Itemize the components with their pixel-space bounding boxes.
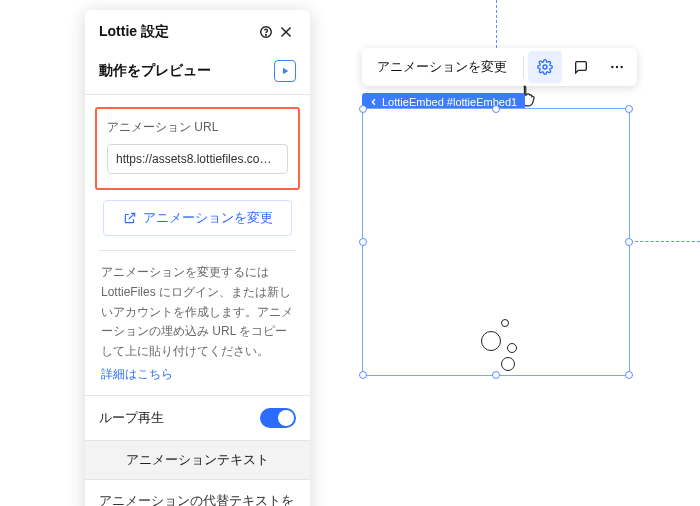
svg-point-4 bbox=[616, 66, 618, 68]
loop-label: ループ再生 bbox=[99, 409, 260, 427]
chevron-left-icon bbox=[370, 98, 378, 106]
resize-handle-right[interactable] bbox=[625, 238, 633, 246]
resize-handle-bottom[interactable] bbox=[492, 371, 500, 379]
close-icon bbox=[279, 25, 293, 39]
loop-toggle[interactable] bbox=[260, 408, 296, 428]
resize-handle-left[interactable] bbox=[359, 238, 367, 246]
toolbar-divider bbox=[523, 56, 524, 78]
horizontal-guide-line bbox=[630, 241, 700, 242]
gear-icon bbox=[537, 59, 553, 75]
resize-handle-top[interactable] bbox=[492, 105, 500, 113]
comment-icon bbox=[573, 59, 589, 75]
toolbar-more-button[interactable] bbox=[600, 51, 634, 83]
animation-url-group: アニメーション URL https://assets8.lottiefiles.… bbox=[95, 107, 300, 190]
help-icon bbox=[259, 25, 273, 39]
lottie-settings-panel: Lottie 設定 動作をプレビュー アニメーション URL https://a… bbox=[85, 10, 310, 506]
vertical-guide-line bbox=[496, 0, 497, 48]
floating-toolbar: アニメーションを変更 bbox=[362, 48, 637, 86]
resize-handle-bottom-right[interactable] bbox=[625, 371, 633, 379]
animation-url-input[interactable]: https://assets8.lottiefiles.com/p... bbox=[107, 144, 288, 174]
svg-point-3 bbox=[611, 66, 613, 68]
svg-point-5 bbox=[620, 66, 622, 68]
alt-text-label: アニメーションの代替テキストを bbox=[85, 479, 310, 506]
resize-handle-top-right[interactable] bbox=[625, 105, 633, 113]
toolbar-settings-button[interactable] bbox=[528, 51, 562, 83]
preview-row: 動作をプレビュー bbox=[85, 52, 310, 95]
change-animation-label: アニメーションを変更 bbox=[143, 209, 273, 227]
panel-header: Lottie 設定 bbox=[85, 10, 310, 52]
change-animation-button[interactable]: アニメーションを変更 bbox=[103, 200, 292, 236]
url-field-label: アニメーション URL bbox=[107, 119, 288, 136]
animation-text-section-title: アニメーションテキスト bbox=[85, 440, 310, 479]
resize-handle-bottom-left[interactable] bbox=[359, 371, 367, 379]
editor-canvas: アニメーションを変更 LottieEmbed #lottieEmbed1 bbox=[350, 0, 700, 506]
preview-play-button[interactable] bbox=[274, 60, 296, 82]
svg-point-1 bbox=[266, 35, 267, 36]
more-horizontal-icon bbox=[609, 59, 625, 75]
toolbar-comment-button[interactable] bbox=[564, 51, 598, 83]
preview-label: 動作をプレビュー bbox=[99, 62, 274, 80]
bubble-icon bbox=[507, 343, 517, 353]
help-text: アニメーションを変更するには LottieFiles にログイン、または新しいア… bbox=[85, 251, 310, 366]
bubble-icon bbox=[501, 357, 515, 371]
external-link-icon bbox=[123, 211, 137, 225]
svg-point-2 bbox=[543, 65, 547, 69]
close-button[interactable] bbox=[276, 22, 296, 42]
help-button[interactable] bbox=[256, 22, 276, 42]
bubble-icon bbox=[501, 319, 509, 327]
lottie-embed-element[interactable] bbox=[362, 108, 630, 376]
play-icon bbox=[280, 66, 290, 76]
toolbar-change-animation[interactable]: アニメーションを変更 bbox=[365, 51, 519, 83]
learn-more-link[interactable]: 詳細はこちら bbox=[85, 366, 310, 395]
panel-title: Lottie 設定 bbox=[99, 23, 256, 41]
bubble-icon bbox=[481, 331, 501, 351]
resize-handle-top-left[interactable] bbox=[359, 105, 367, 113]
loop-row: ループ再生 bbox=[85, 395, 310, 440]
